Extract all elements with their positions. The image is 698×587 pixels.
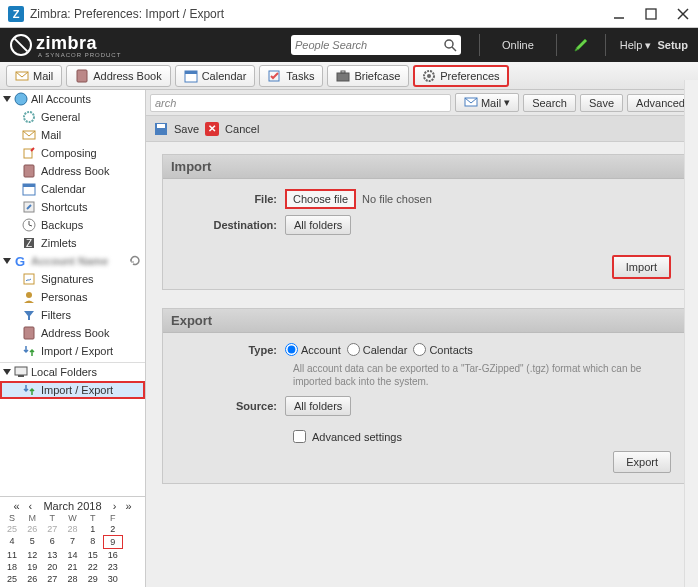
cal-day[interactable]: 19	[22, 561, 42, 573]
vertical-scrollbar[interactable]	[684, 90, 698, 587]
cal-day[interactable]: 25	[2, 523, 22, 535]
logo-icon	[10, 34, 32, 56]
cal-day[interactable]: 25	[2, 573, 22, 585]
toolbar-cancel-button[interactable]: Cancel	[225, 123, 259, 135]
sidebar-account-header[interactable]: G Account Name	[0, 252, 145, 270]
cal-grid: SMTWTF2526272812456789111213141516181920…	[2, 513, 143, 585]
tab-mail[interactable]: Mail	[6, 65, 62, 87]
search-button[interactable]: Search	[523, 94, 576, 112]
sidebar-item-shortcuts[interactable]: Shortcuts	[0, 198, 145, 216]
cal-day[interactable]: 9	[103, 535, 123, 549]
presence-status[interactable]: Online	[502, 39, 534, 51]
svg-text:Z: Z	[26, 238, 32, 249]
cal-day[interactable]: 13	[42, 549, 62, 561]
cal-prev-year[interactable]: «	[11, 500, 21, 512]
cal-prev-month[interactable]: ‹	[25, 500, 35, 512]
type-contacts-radio[interactable]: Contacts	[413, 343, 472, 356]
sidebar-all-accounts[interactable]: All Accounts	[0, 90, 145, 108]
search-save-button[interactable]: Save	[580, 94, 623, 112]
destination-picker[interactable]: All folders	[285, 215, 351, 235]
cal-day[interactable]: 7	[62, 535, 82, 549]
tab-address-book[interactable]: Address Book	[66, 65, 170, 87]
svg-text:G: G	[15, 254, 25, 268]
people-search-box[interactable]	[291, 35, 461, 55]
cal-next-month[interactable]: ›	[110, 500, 120, 512]
cal-day[interactable]: 6	[42, 535, 62, 549]
tasks-icon	[268, 69, 282, 83]
sidebar-item-zimlets[interactable]: ZZimlets	[0, 234, 145, 252]
source-picker[interactable]: All folders	[285, 396, 351, 416]
brand-text: zimbra	[36, 33, 121, 54]
cal-day[interactable]: 1	[83, 523, 103, 535]
cal-day[interactable]: 21	[62, 561, 82, 573]
cal-day[interactable]: 12	[22, 549, 42, 561]
sidebar-item-account-address-book[interactable]: Address Book	[0, 324, 145, 342]
cal-day[interactable]: 14	[62, 549, 82, 561]
cal-day[interactable]: 5	[22, 535, 42, 549]
cal-day[interactable]: 28	[62, 523, 82, 535]
cal-day[interactable]: 20	[42, 561, 62, 573]
cal-dow: W	[62, 513, 82, 523]
import-button[interactable]: Import	[612, 255, 671, 279]
refresh-icon[interactable]	[128, 254, 142, 268]
sidebar-item-import-export[interactable]: Import / Export	[0, 342, 145, 360]
type-calendar-radio[interactable]: Calendar	[347, 343, 408, 356]
svg-rect-28	[24, 274, 34, 284]
type-label: Type:	[177, 344, 285, 356]
sidebar-item-local-import-export[interactable]: Import / Export	[0, 381, 145, 399]
search-in-menu[interactable]: Mail▾	[455, 93, 519, 112]
app-icon: Z	[8, 6, 24, 22]
choose-file-button[interactable]: Choose file	[285, 189, 356, 209]
window-maximize-button[interactable]	[644, 7, 658, 21]
save-icon	[154, 122, 168, 136]
cal-day[interactable]: 8	[83, 535, 103, 549]
window-minimize-button[interactable]	[612, 7, 626, 21]
sidebar-item-filters[interactable]: Filters	[0, 306, 145, 324]
help-menu[interactable]: Help▾	[620, 39, 652, 52]
tab-preferences[interactable]: Preferences	[413, 65, 508, 87]
toolbar-save-button[interactable]: Save	[174, 123, 199, 135]
cal-day[interactable]: 27	[42, 573, 62, 585]
sidebar-item-signatures[interactable]: Signatures	[0, 270, 145, 288]
cal-day[interactable]: 27	[42, 523, 62, 535]
sidebar-item-general[interactable]: General	[0, 108, 145, 126]
cal-day[interactable]: 2	[103, 523, 123, 535]
filter-icon	[22, 308, 36, 322]
search-icon[interactable]	[443, 38, 457, 52]
tab-tasks[interactable]: Tasks	[259, 65, 323, 87]
cal-day[interactable]: 16	[103, 549, 123, 561]
cal-day[interactable]: 26	[22, 523, 42, 535]
cal-day[interactable]: 15	[83, 549, 103, 561]
sidebar-local-folders[interactable]: Local Folders	[0, 362, 145, 381]
sidebar-item-mail[interactable]: Mail	[0, 126, 145, 144]
import-export-icon	[22, 344, 36, 358]
cal-day[interactable]: 4	[2, 535, 22, 549]
pen-icon[interactable]	[573, 37, 589, 53]
sidebar-item-calendar[interactable]: Calendar	[0, 180, 145, 198]
sidebar-item-backups[interactable]: Backups	[0, 216, 145, 234]
type-account-radio[interactable]: Account	[285, 343, 341, 356]
cal-next-year[interactable]: »	[124, 500, 134, 512]
cal-day[interactable]: 18	[2, 561, 22, 573]
advanced-settings-checkbox[interactable]	[293, 430, 306, 443]
cancel-icon: ✕	[205, 122, 219, 136]
brand-subtitle: A SYNACOR PRODUCT	[38, 52, 121, 58]
cal-day[interactable]: 28	[62, 573, 82, 585]
sidebar-item-personas[interactable]: Personas	[0, 288, 145, 306]
cal-day[interactable]: 23	[103, 561, 123, 573]
sidebar-item-address-book[interactable]: Address Book	[0, 162, 145, 180]
cal-day[interactable]: 11	[2, 549, 22, 561]
cal-day[interactable]: 30	[103, 573, 123, 585]
window-close-button[interactable]	[676, 7, 690, 21]
svg-rect-30	[24, 327, 34, 339]
people-search-input[interactable]	[295, 39, 443, 51]
export-button[interactable]: Export	[613, 451, 671, 473]
setup-link[interactable]: Setup	[657, 39, 688, 51]
tab-calendar[interactable]: Calendar	[175, 65, 256, 87]
cal-day[interactable]: 29	[83, 573, 103, 585]
tab-briefcase[interactable]: Briefcase	[327, 65, 409, 87]
cal-day[interactable]: 22	[83, 561, 103, 573]
content-search-input[interactable]: arch	[150, 94, 451, 112]
sidebar-item-composing[interactable]: Composing	[0, 144, 145, 162]
cal-day[interactable]: 26	[22, 573, 42, 585]
